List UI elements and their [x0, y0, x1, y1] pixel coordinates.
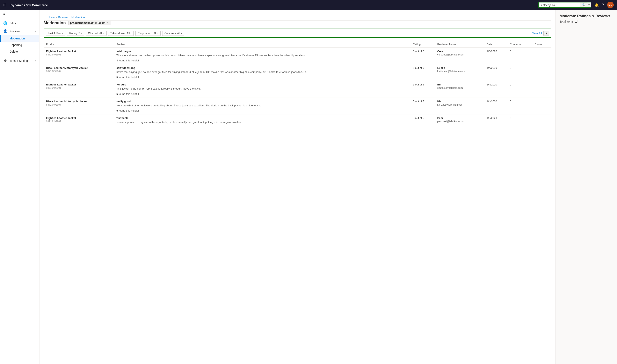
cell-concerns-2: 0 [507, 81, 532, 98]
cell-rating-1: 5 out of 5 [411, 64, 435, 81]
cell-status-4 [532, 114, 551, 126]
table-row[interactable]: Eighties Leather Jacket 68719492901 wash… [44, 114, 551, 126]
main-layout: ≡ 🌐 Sites 👤 Reviews ∧ Moderation Reporti… [0, 10, 617, 364]
sidebar-item-tenant-settings[interactable]: ⚙ Tenant Settings ∨ [0, 57, 39, 65]
channel-filter-chevron: ▾ [103, 32, 104, 34]
table-body: Eighties Leather Jacket 68719492901 tota… [44, 48, 551, 126]
breadcrumb-home[interactable]: Home [48, 16, 55, 19]
user-avatar[interactable]: MG [607, 2, 614, 8]
cell-concerns-4: 0 [507, 114, 532, 126]
breadcrumb-reviews[interactable]: Reviews [58, 16, 68, 19]
app-title: Dynamics 365 Commerce [11, 3, 536, 7]
cell-status-2 [532, 81, 551, 98]
cell-concerns-1: 0 [507, 64, 532, 81]
date-filter[interactable]: Last 1 Year ▾ [46, 31, 65, 36]
filter-scroll-button[interactable]: ❯ [543, 31, 549, 36]
reviews-icon: 👤 [3, 29, 7, 33]
right-panel-count: Total Items: 14 [560, 20, 613, 23]
sidebar-sub-item-reporting[interactable]: Reporting [0, 42, 39, 48]
sidebar-hamburger[interactable]: ≡ [0, 10, 39, 19]
cell-reviewer-1: Lucile lucile.test@fabrikam.com [435, 64, 484, 81]
total-count: 14 [575, 20, 578, 23]
col-review: Review [114, 41, 411, 48]
cell-rating-4: 5 out of 5 [411, 114, 435, 126]
global-search-input[interactable] [539, 3, 580, 7]
help-icon[interactable]: ? [602, 3, 604, 7]
responded-filter[interactable]: Responded : All ▾ [135, 31, 160, 36]
cell-date-0: 1/8/2020 [484, 48, 507, 64]
cell-reviewer-4: Pam pam.test@fabrikam.com [435, 114, 484, 126]
cell-rating-2: 5 out of 5 [411, 81, 435, 98]
table-row[interactable]: Black Leather Motorcycle Jacket 68719492… [44, 98, 551, 114]
col-product: Product [44, 41, 114, 48]
cell-product-1: Black Leather Motorcycle Jacket 68719492… [44, 64, 114, 81]
cell-status-0 [532, 48, 551, 64]
search-dropdown-button[interactable]: ▾ [587, 3, 591, 7]
cell-rating-3: 5 out of 5 [411, 98, 435, 114]
settings-icon: ⚙ [3, 59, 7, 63]
col-reviewer: Reviewer Name [435, 41, 484, 48]
clear-all-button[interactable]: Clear All [532, 32, 542, 35]
active-filter-tag: productName:leather jacket ✕ [68, 21, 110, 25]
breadcrumb-sep-2: › [69, 16, 70, 18]
responded-filter-chevron: ▾ [157, 32, 158, 34]
breadcrumb: Home › Reviews › Moderation [44, 14, 551, 21]
date-sort-icon: ↓ [494, 43, 494, 46]
cell-product-0: Eighties Leather Jacket 68719492901 [44, 48, 114, 64]
reviews-table: Product Review Rating Reviewer Name Date… [44, 41, 551, 126]
cell-product-2: Eighties Leather Jacket 68719492901 [44, 81, 114, 98]
cell-product-3: Black Leather Motorcycle Jacket 68719492… [44, 98, 114, 114]
cell-review-1: can't go wrong how's that saying go? no … [114, 64, 411, 81]
right-panel: Moderate Ratings & Reviews Total Items: … [555, 10, 617, 364]
cell-review-0: total bargin This store always has the b… [114, 48, 411, 64]
taken-down-filter-chevron: ▾ [130, 32, 131, 34]
cell-date-2: 1/4/2020 [484, 81, 507, 98]
cell-date-4: 1/3/2020 [484, 114, 507, 126]
col-concerns: Concerns [507, 41, 532, 48]
top-navigation: ⊞ Dynamics 365 Commerce 🔍 ▾ 🔔 ? MG [0, 0, 617, 10]
top-nav-icons: 🔍 ▾ 🔔 ? MG [538, 2, 614, 8]
reviews-chevron: ∧ [35, 30, 36, 32]
col-rating: Rating [411, 41, 435, 48]
rating-filter[interactable]: Rating: 5 ▾ [67, 31, 84, 36]
taken-down-filter[interactable]: Taken down : All ▾ [108, 31, 134, 36]
concerns-filter[interactable]: Concerns: All ▾ [162, 31, 184, 36]
sidebar-item-sites[interactable]: 🌐 Sites [0, 19, 39, 27]
notification-icon[interactable]: 🔔 [595, 3, 599, 7]
cell-reviewer-3: Kim kim.test@fabrikam.com [435, 98, 484, 114]
table-row[interactable]: Black Leather Motorcycle Jacket 68719492… [44, 64, 551, 81]
main-panel: Home › Reviews › Moderation Moderation p… [40, 10, 555, 364]
cell-rating-0: 5 out of 5 [411, 48, 435, 64]
right-panel-title: Moderate Ratings & Reviews [560, 14, 613, 18]
table-row[interactable]: Eighties Leather Jacket 68719492901 for … [44, 81, 551, 98]
content-area: Home › Reviews › Moderation Moderation p… [40, 10, 617, 364]
cell-date-3: 1/4/2020 [484, 98, 507, 114]
page-title: Moderation [44, 21, 66, 25]
cell-review-4: washable You're supposed to dry clean th… [114, 114, 411, 126]
cell-status-1 [532, 64, 551, 81]
sidebar-item-reviews[interactable]: 👤 Reviews ∧ [0, 27, 39, 35]
sidebar-nav: 🌐 Sites 👤 Reviews ∧ Moderation Reporting… [0, 19, 39, 364]
col-date[interactable]: Date ↓ [484, 41, 507, 48]
search-button[interactable]: 🔍 [580, 2, 587, 7]
filter-tag-close[interactable]: ✕ [107, 22, 109, 25]
tenant-chevron: ∨ [35, 60, 36, 62]
col-status: Status [532, 41, 551, 48]
sidebar-sub-item-delete[interactable]: Delete [0, 48, 39, 55]
page-title-area: Moderation productName:leather jacket ✕ [44, 21, 551, 25]
global-search-container: 🔍 ▾ [538, 2, 591, 8]
channel-filter[interactable]: Channel: All ▾ [86, 31, 106, 36]
filter-tag-text: productName:leather jacket [70, 21, 105, 25]
cell-product-4: Eighties Leather Jacket 68719492901 [44, 114, 114, 126]
cell-reviewer-0: Cora cora.test@fabrikam.com [435, 48, 484, 64]
sidebar-sub-item-moderation[interactable]: Moderation [0, 35, 39, 42]
cell-review-3: really good Not sure what other reviewer… [114, 98, 411, 114]
breadcrumb-sep-1: › [56, 16, 57, 18]
date-filter-chevron: ▾ [62, 32, 63, 34]
table-row[interactable]: Eighties Leather Jacket 68719492901 tota… [44, 48, 551, 64]
waffle-icon[interactable]: ⊞ [3, 3, 6, 7]
cell-review-2: for sure This jacket is the bomb. Yep, I… [114, 81, 411, 98]
cell-concerns-3: 0 [507, 98, 532, 114]
cell-concerns-0: 0 [507, 48, 532, 64]
rating-filter-chevron: ▾ [81, 32, 82, 34]
